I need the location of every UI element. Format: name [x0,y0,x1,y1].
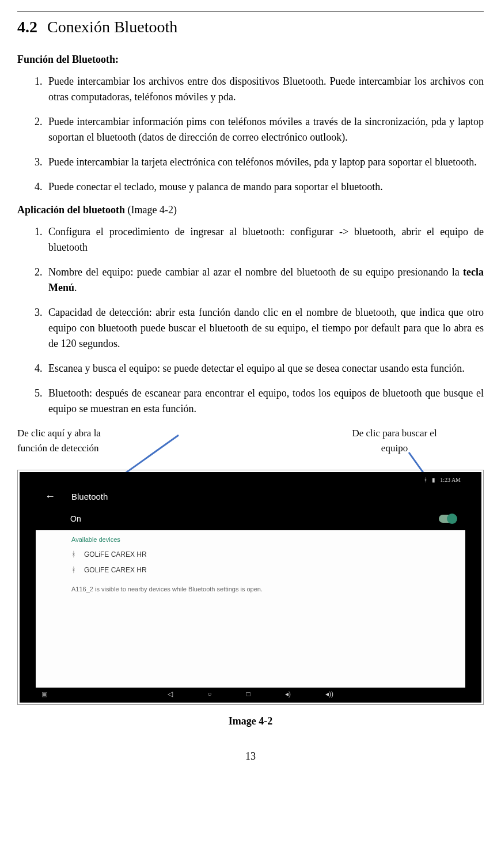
bluetooth-state: On [70,514,81,523]
section-title-text: Conexión Bluetooth [47,18,177,36]
bluetooth-title: Bluetooth [71,492,108,501]
application-item: Nombre del equipo: puede cambiar al azar… [45,265,484,296]
device-name: GOLiFE CAREX HR [84,566,147,574]
page-number: 13 [17,750,484,763]
bluetooth-toggle[interactable] [439,515,456,523]
back-icon[interactable]: ← [45,490,55,503]
device-name: GOLiFE CAREX HR [84,550,147,558]
callout-row: De clic aquí y abra la función de detecc… [17,426,484,470]
application-heading: Aplicación del bluetooth (Image 4-2) [17,204,484,216]
application-item: Bluetooth: después de escanear para enco… [45,386,484,417]
function-item: Puede intercambiar información pims con … [45,114,484,145]
screenshot-icon[interactable]: ▣ [41,690,47,698]
battery-icon: ▮ [432,477,435,483]
section-title: 4.2 Conexión Bluetooth [17,18,484,36]
bluetooth-icon: ᚼ [71,550,76,558]
device-list-item[interactable]: ᚼ GOLiFE CAREX HR [36,546,465,562]
device-list-item[interactable]: ᚼ GOLiFE CAREX HR [36,562,465,578]
function-item: Puede conectar el teclado, mouse y palan… [45,179,484,195]
status-bar: ᚼ ▮ 1:23 AM [36,474,465,485]
application-heading-bold: Aplicación del bluetooth [17,204,125,216]
available-devices-label: Available devices [36,530,465,546]
bluetooth-on-row[interactable]: On [36,508,465,530]
visibility-note: A116_2 is visible to nearby devices whil… [36,578,465,592]
function-item: Puede intercambiar los archivos entre do… [45,74,484,105]
status-clock: 1:23 AM [440,477,461,483]
application-item: Configura el procedimiento de ingresar a… [45,224,484,255]
nav-volup-icon[interactable]: ◂)) [325,690,333,699]
callout-detection: De clic aquí y abra la función de detecc… [17,426,132,455]
top-rule [17,12,484,12]
bluetooth-icon: ᚼ [71,565,76,574]
application-heading-ref: (Image 4-2) [125,204,177,216]
image-caption: Image 4-2 [17,715,484,727]
section-number: 4.2 [17,18,37,36]
application-item: Escanea y busca el equipo: se puede dete… [45,361,484,376]
nav-home-icon[interactable]: ○ [207,690,211,699]
bluetooth-status-icon: ᚼ [424,477,427,483]
function-heading: Función del Bluetooth: [17,54,484,66]
nav-back-icon[interactable]: ◁ [168,690,173,699]
nav-voldown-icon[interactable]: ◂) [285,690,291,699]
android-nav-bar: ▣ ◁ ○ □ ◂) ◂)) [36,688,465,700]
application-list: Configura el procedimiento de ingresar a… [17,224,484,417]
function-item: Puede intercambiar la tarjeta electrónic… [45,154,484,170]
application-item: Capacidad de detección: abrir esta funci… [45,305,484,352]
device-screenshot: ᚼ ▮ 1:23 AM ← Bluetooth On Available dev… [17,470,484,705]
function-list: Puede intercambiar los archivos entre do… [17,74,484,195]
nav-recent-icon[interactable]: □ [246,690,251,699]
callout-search: De clic para buscar el equipo [340,426,449,455]
bluetooth-header: ← Bluetooth [36,485,465,508]
